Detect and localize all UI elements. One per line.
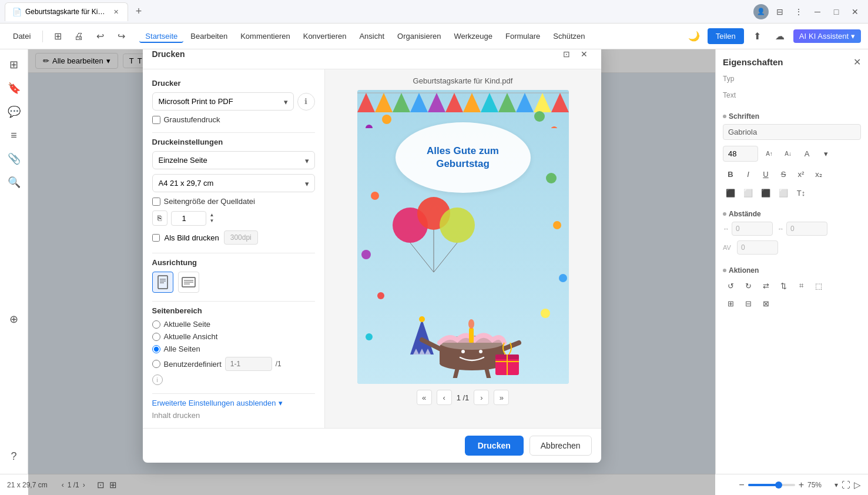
nav-prev-btn[interactable]: ‹ — [437, 390, 452, 405]
sidebar-bookmark-btn[interactable]: 🔖 — [4, 78, 25, 99]
strikethrough-btn[interactable]: S — [776, 166, 791, 182]
more-options-btn[interactable]: ⋮ — [790, 4, 807, 20]
color-chevron-btn[interactable]: ▾ — [818, 146, 833, 162]
cancel-button[interactable]: Abbrechen — [529, 436, 592, 456]
copies-down-btn[interactable]: ▼ — [210, 218, 215, 224]
btn-redo[interactable]: ↪ — [112, 28, 130, 45]
align-justify-btn[interactable]: ⬜ — [776, 185, 791, 200]
spacing-left-input[interactable] — [732, 222, 773, 236]
info-circle-btn[interactable]: i — [152, 374, 163, 385]
source-size-checkbox[interactable] — [152, 198, 160, 206]
action-align2-btn[interactable]: ⊞ — [723, 296, 738, 311]
action-order-btn[interactable]: ⊠ — [758, 296, 773, 311]
action-rotate-cw-btn[interactable]: ↻ — [740, 278, 756, 293]
action-rotate-ccw-btn[interactable]: ↺ — [723, 278, 738, 293]
custom-range-input[interactable] — [225, 357, 272, 371]
printer-select[interactable]: Microsoft Print to PDF — [152, 92, 294, 111]
new-tab-btn[interactable]: + — [130, 4, 147, 20]
align-left-btn[interactable]: ⬛ — [723, 185, 738, 200]
as-image-checkbox[interactable] — [152, 234, 160, 242]
dialog-restore-btn[interactable]: ⊡ — [559, 49, 574, 62]
pdf-tab[interactable]: 📄 Geburtstagskarte für Kind.pdf ✕ — [5, 2, 128, 21]
panel-close-btn[interactable]: ✕ — [853, 56, 861, 68]
upload-btn[interactable]: ⬆ — [749, 28, 766, 45]
fullscreen-btn[interactable]: ⛶ — [842, 480, 850, 490]
sidebar-text-btn[interactable]: ≡ — [4, 125, 25, 146]
zoom-chevron-btn[interactable]: ▾ — [835, 481, 838, 489]
bold-btn[interactable]: B — [723, 166, 738, 182]
menu-file[interactable]: Datei — [7, 29, 36, 43]
action-more-btn[interactable]: ⬚ — [811, 278, 826, 293]
share-button[interactable]: Teilen — [708, 28, 744, 44]
zoom-slider[interactable] — [748, 484, 795, 486]
nav-last-btn[interactable]: » — [494, 390, 509, 405]
superscript-btn[interactable]: x² — [793, 166, 809, 182]
sidebar-thumbnail-btn[interactable]: ⊞ — [4, 54, 25, 75]
btn-print[interactable]: 🖨 — [70, 28, 88, 45]
sidebar-layers-btn[interactable]: ⊕ — [4, 309, 25, 330]
align-right-btn[interactable]: ⬛ — [758, 185, 773, 200]
action-crop-btn[interactable]: ⌗ — [793, 278, 809, 293]
underline-btn[interactable]: U — [758, 166, 773, 182]
text-direction-btn[interactable]: T↕ — [793, 185, 809, 200]
btn-undo[interactable]: ↩ — [91, 28, 109, 45]
nav-first-btn[interactable]: « — [417, 390, 432, 405]
dialog-close-btn[interactable]: ✕ — [577, 49, 592, 62]
sidebar-attach-btn[interactable]: 📎 — [4, 148, 25, 169]
zoom-out-btn[interactable]: − — [739, 480, 744, 490]
sidebar-search-btn[interactable]: 🔍 — [4, 172, 25, 193]
zoom-in-btn[interactable]: + — [799, 480, 804, 490]
spacing-v-input[interactable] — [737, 240, 778, 255]
menu-edit[interactable]: Bearbeiten — [185, 29, 233, 43]
color-btn[interactable]: A — [799, 146, 815, 162]
night-mode-btn[interactable]: 🌙 — [685, 28, 703, 45]
custom-radio[interactable] — [152, 360, 160, 368]
sidebar-comment-btn[interactable]: 💬 — [4, 101, 25, 122]
align-center-btn[interactable]: ⬜ — [740, 185, 756, 200]
copies-input[interactable] — [171, 211, 206, 226]
italic-btn[interactable]: I — [740, 166, 756, 182]
current-page-radio[interactable] — [152, 320, 160, 329]
sidebar-toggle-btn[interactable]: ⊟ — [772, 4, 788, 20]
action-flip-h-btn[interactable]: ⇄ — [758, 278, 773, 293]
nav-next-btn[interactable]: › — [474, 390, 489, 405]
maximize-btn[interactable]: □ — [828, 4, 844, 20]
tab-close-btn[interactable]: ✕ — [111, 7, 120, 16]
advanced-settings-btn[interactable]: Erweiterte Einstellungen ausblenden ▾ — [152, 399, 315, 407]
size-down-btn[interactable]: A↓ — [780, 146, 796, 162]
menu-tools[interactable]: Werkzeuge — [448, 29, 499, 43]
font-input[interactable] — [723, 124, 861, 140]
size-input[interactable] — [723, 146, 758, 162]
size-select[interactable]: A4 21 x 29,7 cm — [152, 174, 315, 192]
profile-btn[interactable]: 👤 — [753, 4, 769, 20]
menu-comment[interactable]: Kommentieren — [234, 29, 296, 43]
copies-up-btn[interactable]: ▲ — [210, 212, 215, 218]
print-button[interactable]: Drucken — [465, 436, 524, 456]
all-pages-radio[interactable] — [152, 345, 160, 353]
subscript-btn[interactable]: x₂ — [811, 166, 826, 182]
portrait-btn[interactable] — [152, 272, 173, 293]
menu-forms[interactable]: Formulare — [500, 29, 546, 43]
sidebar-help-btn[interactable]: ? — [4, 446, 25, 467]
btn-thumbnail[interactable]: ⊞ — [49, 28, 66, 45]
minimize-btn[interactable]: ─ — [809, 4, 826, 20]
close-btn[interactable]: ✕ — [847, 4, 863, 20]
page-select[interactable]: Einzelne Seite — [152, 151, 315, 169]
menu-home[interactable]: Startseite — [139, 29, 183, 43]
svg-point-35 — [551, 126, 558, 128]
menu-protect[interactable]: Schützen — [547, 29, 591, 43]
action-distribute-btn[interactable]: ⊟ — [740, 296, 756, 311]
current-view-radio[interactable] — [152, 333, 160, 341]
action-flip-v-btn[interactable]: ⇅ — [776, 278, 791, 293]
ai-assistant-btn[interactable]: AI KI Assistent ▾ — [793, 29, 861, 43]
menu-convert[interactable]: Konvertieren — [297, 29, 353, 43]
presentation-btn[interactable]: ▷ — [854, 480, 861, 490]
grayscale-checkbox[interactable] — [152, 116, 160, 124]
menu-organize[interactable]: Organisieren — [391, 29, 447, 43]
menu-view[interactable]: Ansicht — [353, 29, 390, 43]
landscape-btn[interactable] — [178, 272, 199, 293]
spacing-right-input[interactable] — [786, 222, 827, 236]
printer-info-btn[interactable]: ℹ — [297, 93, 315, 111]
size-up-btn[interactable]: A↑ — [762, 146, 777, 162]
cloud-btn[interactable]: ☁ — [771, 28, 789, 45]
